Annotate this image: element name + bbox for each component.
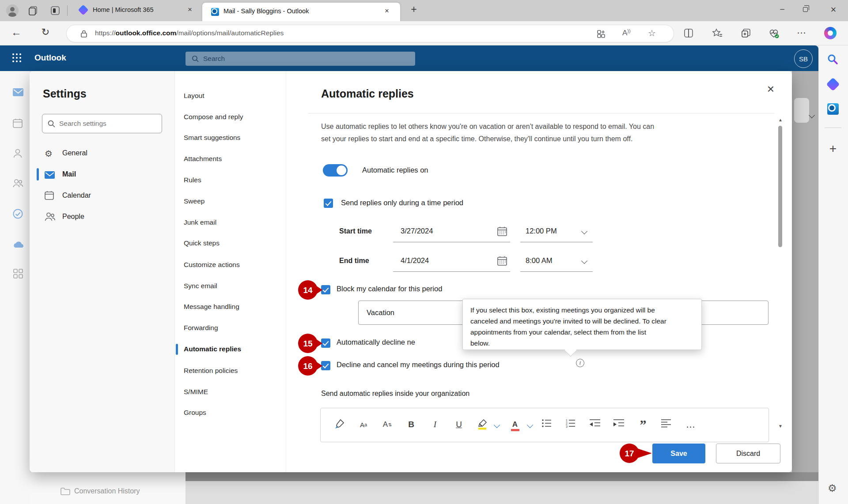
- bold-button[interactable]: B: [405, 418, 417, 431]
- window-minimize-button[interactable]: −: [772, 4, 792, 15]
- calendar-module-icon[interactable]: [13, 118, 23, 128]
- favorites-icon[interactable]: [712, 28, 723, 38]
- settings-category-mail[interactable]: Mail: [62, 170, 76, 178]
- collections-icon[interactable]: [741, 28, 751, 38]
- quote-button[interactable]: ”: [637, 418, 649, 431]
- onedrive-module-icon[interactable]: [12, 241, 24, 248]
- window-restore-button[interactable]: [803, 7, 808, 12]
- underline-button[interactable]: U: [453, 418, 465, 431]
- nav-sweep[interactable]: Sweep: [184, 195, 279, 208]
- apps-add-icon[interactable]: [597, 30, 606, 38]
- new-tab-button[interactable]: +: [407, 4, 420, 15]
- annotation-badge-17: 17: [618, 442, 654, 464]
- sidebar-add-icon[interactable]: +: [826, 142, 840, 156]
- tab-mail-outlook[interactable]: Mail - Sally Bloggins - Outlook ×: [202, 3, 400, 21]
- align-button[interactable]: [661, 418, 673, 431]
- app-launcher-icon[interactable]: [12, 53, 14, 55]
- account-avatar[interactable]: SB: [794, 49, 813, 68]
- tab-title: Home | Microsoft 365: [93, 6, 181, 13]
- settings-category-people[interactable]: People: [62, 213, 84, 221]
- folder-icon: [61, 487, 70, 495]
- scrollbar-thumb[interactable]: [778, 126, 782, 247]
- groups-module-icon[interactable]: [13, 178, 23, 188]
- back-icon[interactable]: ←: [10, 26, 23, 38]
- automatic-replies-toggle[interactable]: [323, 164, 348, 177]
- send-period-checkbox[interactable]: [324, 199, 333, 208]
- save-button[interactable]: Save: [652, 444, 705, 463]
- window-close-button[interactable]: ×: [823, 4, 844, 15]
- font-size-icon[interactable]: A⇅: [381, 418, 394, 431]
- copilot-icon[interactable]: [824, 27, 837, 39]
- browser-settings-more-icon[interactable]: …: [795, 25, 808, 36]
- sidebar-outlook-icon[interactable]: [827, 103, 839, 115]
- people-module-icon[interactable]: [13, 148, 23, 158]
- browser-profile-icon[interactable]: [6, 4, 19, 17]
- nav-rules[interactable]: Rules: [184, 173, 279, 187]
- nav-quick-steps[interactable]: Quick steps: [184, 237, 279, 250]
- nav-smart-suggestions[interactable]: Smart suggestions: [184, 131, 279, 144]
- send-period-label: Send replies only during a time period: [341, 199, 463, 207]
- scrollbar-up-arrow[interactable]: ▲: [777, 117, 784, 122]
- tab-home-m365[interactable]: Home | Microsoft 365 ×: [72, 4, 201, 19]
- font-color-button[interactable]: A: [509, 418, 521, 431]
- start-date-field[interactable]: 3/27/2024: [393, 224, 510, 242]
- favorite-star-icon[interactable]: ☆: [648, 28, 656, 38]
- scrollbar-down-arrow[interactable]: ▼: [777, 424, 784, 429]
- nav-compose-and-reply[interactable]: Compose and reply: [184, 110, 279, 124]
- format-painter-icon[interactable]: [333, 418, 346, 431]
- nav-attachments[interactable]: Attachments: [184, 152, 279, 165]
- decrease-indent-icon[interactable]: [589, 418, 602, 431]
- nav-sync-email[interactable]: Sync email: [184, 279, 279, 293]
- sidebar-m365-icon[interactable]: [826, 77, 840, 91]
- end-time-dropdown[interactable]: 8:00 AM: [520, 254, 593, 272]
- todo-module-icon[interactable]: [13, 209, 23, 219]
- nav-forwarding[interactable]: Forwarding: [184, 321, 279, 335]
- tab-close-icon[interactable]: ×: [186, 5, 194, 14]
- address-bar[interactable]: https://outlook.office.com/mail/options/…: [66, 25, 674, 42]
- mail-module-icon[interactable]: [13, 88, 23, 97]
- outlook-search-bar[interactable]: Search: [186, 52, 415, 66]
- start-time-dropdown[interactable]: 12:00 PM: [520, 224, 593, 242]
- tab-close-icon[interactable]: ×: [382, 7, 391, 15]
- folder-conversation-history[interactable]: Conversation History: [74, 487, 140, 495]
- calendar-picker-icon[interactable]: [497, 256, 507, 266]
- editor-more-button[interactable]: …: [685, 418, 697, 431]
- nav-automatic-replies[interactable]: Automatic replies: [184, 342, 279, 356]
- settings-search-input[interactable]: [59, 120, 148, 128]
- nav-layout[interactable]: Layout: [184, 89, 279, 102]
- nav-customize-actions[interactable]: Customize actions: [184, 258, 279, 271]
- sidebar-settings-gear-icon[interactable]: ⚙: [828, 482, 837, 494]
- settings-category-calendar[interactable]: Calendar: [62, 192, 91, 199]
- nav-retention-policies[interactable]: Retention policies: [184, 364, 279, 377]
- settings-category-general[interactable]: General: [62, 149, 87, 157]
- split-screen-icon[interactable]: [684, 28, 693, 38]
- browser-essentials-icon[interactable]: [768, 28, 780, 39]
- nav-message-handling[interactable]: Message handling: [184, 300, 279, 313]
- info-icon[interactable]: i: [576, 359, 584, 367]
- calendar-picker-icon[interactable]: [497, 226, 507, 236]
- outlook-favicon: [211, 8, 219, 16]
- refresh-icon[interactable]: ↻: [39, 26, 52, 38]
- edge-sidebar: + ⚙: [818, 45, 848, 504]
- nav-junk-email[interactable]: Junk email: [184, 216, 279, 229]
- nav-smime[interactable]: S/MIME: [184, 385, 279, 399]
- dialog-close-icon[interactable]: ×: [763, 82, 778, 96]
- end-date-field[interactable]: 4/1/2024: [393, 254, 510, 272]
- settings-search-box[interactable]: [42, 114, 162, 133]
- numbered-list-icon[interactable]: 123: [565, 418, 578, 431]
- block-calendar-tooltip: If you select this box, existing meeting…: [462, 299, 702, 350]
- workspaces-icon[interactable]: [28, 6, 38, 15]
- tab-actions-icon[interactable]: [50, 6, 60, 15]
- sidebar-search-icon[interactable]: [827, 53, 838, 65]
- more-apps-module-icon[interactable]: [13, 269, 23, 278]
- increase-indent-icon[interactable]: [613, 418, 625, 431]
- highlight-button[interactable]: [477, 418, 489, 431]
- tab-bar-divider: [67, 5, 68, 16]
- nav-groups[interactable]: Groups: [184, 406, 279, 419]
- font-name-icon[interactable]: Aa: [357, 418, 370, 431]
- selected-nav-indicator: [176, 344, 178, 355]
- discard-button[interactable]: Discard: [716, 444, 780, 463]
- italic-button[interactable]: I: [429, 418, 441, 431]
- read-aloud-icon[interactable]: A)): [622, 28, 631, 38]
- bullet-list-icon[interactable]: [541, 418, 554, 431]
